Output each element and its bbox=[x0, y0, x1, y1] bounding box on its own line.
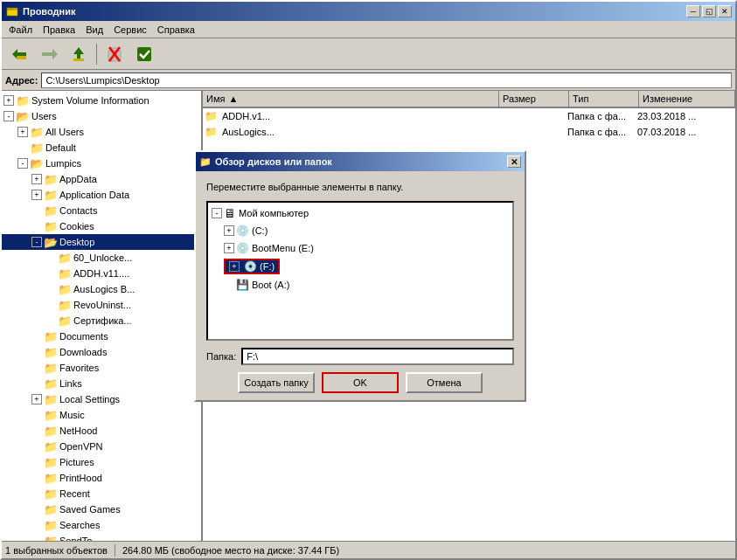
menu-view[interactable]: Вид bbox=[80, 23, 108, 37]
tree-item-cert[interactable]: 📁 Сертифика... bbox=[2, 313, 201, 328]
tree-item-savedgames[interactable]: 📁 Saved Games bbox=[2, 501, 201, 517]
explorer-icon bbox=[5, 4, 19, 18]
close-button[interactable]: ✕ bbox=[718, 5, 732, 17]
tree-item-openvpn[interactable]: 📁 OpenVPN bbox=[2, 439, 201, 454]
dialog-tree[interactable]: - 🖥 Мой компьютер + 💿 (C:) + bbox=[206, 201, 514, 341]
dialog-tree-edrive[interactable]: + 💿 BootMenu (E:) bbox=[210, 239, 511, 257]
expander-lumpics[interactable]: - bbox=[17, 158, 28, 169]
tree-item-60unlocke[interactable]: 📁 60_Unlocke... bbox=[2, 250, 201, 266]
folder-path-input[interactable] bbox=[241, 348, 514, 365]
col-name[interactable]: Имя ▲ bbox=[203, 91, 499, 107]
tree-label-addh: ADDH.v11.... bbox=[73, 268, 129, 279]
expander-fdrive[interactable]: + bbox=[229, 261, 240, 272]
drive-a-icon: 💾 bbox=[236, 279, 249, 291]
folder-icon-favorites: 📁 bbox=[44, 362, 58, 374]
delete-button[interactable] bbox=[101, 42, 129, 66]
confirm-button[interactable] bbox=[130, 42, 158, 66]
tree-item-cookies[interactable]: 📁 Cookies bbox=[2, 218, 201, 234]
expander-sysvolinfo[interactable]: + bbox=[3, 95, 14, 106]
dialog-tree-cdrive[interactable]: + 💿 (C:) bbox=[210, 222, 511, 239]
tree-item-appdata[interactable]: + 📁 AppData bbox=[2, 171, 201, 187]
tree-item-contacts[interactable]: 📁 Contacts bbox=[2, 203, 201, 218]
col-type[interactable]: Тип bbox=[569, 91, 639, 107]
file-item-auslogics[interactable]: 📁 AusLogics... Папка с фа... 07.03.2018 … bbox=[203, 124, 735, 140]
tree-item-allusers[interactable]: + 📁 All Users bbox=[2, 124, 201, 140]
tree-item-nethood[interactable]: 📁 NetHood bbox=[2, 423, 201, 439]
menu-tools[interactable]: Сервис bbox=[108, 23, 152, 37]
tree-item-sendto[interactable]: 📁 SendTo bbox=[2, 533, 201, 541]
col-size[interactable]: Размер bbox=[499, 91, 569, 107]
expander-appdata[interactable]: + bbox=[31, 174, 42, 184]
tree-label-default: Default bbox=[45, 142, 76, 153]
expander-allusers[interactable]: + bbox=[17, 127, 28, 137]
file-item-addh[interactable]: 📁 ADDH.v1... Папка с фа... 23.03.2018 ..… bbox=[203, 108, 735, 124]
folder-icon: 📁 bbox=[16, 94, 30, 107]
dialog-tree-fdrive-row[interactable]: + 💿 (F:) bbox=[210, 257, 511, 276]
svg-marker-6 bbox=[52, 49, 58, 59]
dialog-close-button[interactable]: ✕ bbox=[507, 156, 521, 168]
tree-item-desktop[interactable]: - 📂 Desktop bbox=[2, 234, 201, 250]
expander-mycomputer[interactable]: - bbox=[212, 208, 222, 218]
tree-label-recent: Recent bbox=[59, 488, 90, 499]
cancel-button[interactable]: Отмена bbox=[406, 372, 483, 393]
folder-icon-openvpn: 📁 bbox=[44, 440, 58, 453]
tree-item-addh[interactable]: 📁 ADDH.v11.... bbox=[2, 266, 201, 281]
tree-item-favorites[interactable]: 📁 Favorites bbox=[2, 360, 201, 376]
restore-button[interactable]: ◱ bbox=[702, 5, 716, 17]
minimize-button[interactable]: ─ bbox=[686, 5, 700, 17]
address-label: Адрес: bbox=[5, 75, 38, 86]
title-bar: Проводник ─ ◱ ✕ bbox=[2, 2, 735, 21]
tree-label-pictures: Pictures bbox=[59, 457, 94, 467]
ok-button[interactable]: OK bbox=[322, 372, 399, 393]
fdrive-selected-item[interactable]: + 💿 (F:) bbox=[224, 259, 280, 274]
tree-item-documents[interactable]: 📁 Documents bbox=[2, 328, 201, 344]
up-button[interactable] bbox=[65, 42, 93, 66]
dialog-tree-computer[interactable]: - 🖥 Мой компьютер bbox=[210, 204, 511, 222]
dialog-title-bar: 📁 Обзор дисков или папок ✕ bbox=[196, 152, 525, 171]
menu-bar: Файл Правка Вид Сервис Справка bbox=[2, 21, 735, 38]
tree-item-appdata2[interactable]: + 📁 Application Data bbox=[2, 187, 201, 203]
tree-item-users[interactable]: - 📂 Users bbox=[2, 108, 201, 124]
dialog-tree-adrive[interactable]: 💾 Boot (A:) bbox=[210, 276, 511, 294]
folder-icon-appdata: 📁 bbox=[44, 173, 58, 185]
tree-item-localsettings[interactable]: + 📁 Local Settings bbox=[2, 391, 201, 407]
folder-icon-addh: 📁 bbox=[58, 267, 72, 280]
menu-help[interactable]: Справка bbox=[152, 23, 200, 37]
col-modified[interactable]: Изменение bbox=[639, 91, 735, 107]
back-button[interactable] bbox=[5, 42, 33, 66]
tree-item-sysvolinfo[interactable]: + 📁 System Volume Information bbox=[2, 93, 201, 108]
expander-users[interactable]: - bbox=[3, 111, 14, 121]
tree-item-music[interactable]: 📁 Music bbox=[2, 407, 201, 423]
create-folder-button[interactable]: Создать папку bbox=[238, 372, 315, 393]
drive-c-icon: 💿 bbox=[236, 225, 249, 237]
tree-item-pictures[interactable]: 📁 Pictures bbox=[2, 454, 201, 470]
tree-item-default[interactable]: 📁 Default bbox=[2, 140, 201, 156]
folder-icon-printhood: 📁 bbox=[44, 472, 58, 484]
tree-item-printhood[interactable]: 📁 PrintHood bbox=[2, 470, 201, 486]
tree-label-music: Music bbox=[59, 410, 85, 420]
expander-cdrive[interactable]: + bbox=[224, 225, 234, 236]
folder-path-row: Папка: bbox=[206, 348, 514, 365]
tree-label-localsettings: Local Settings bbox=[59, 394, 120, 404]
tree-label-lumpics: Lumpics bbox=[45, 158, 81, 169]
tree-item-lumpics[interactable]: - 📂 Lumpics bbox=[2, 156, 201, 171]
status-selected: 1 выбранных объектов bbox=[5, 545, 108, 556]
folder-icon-sendto: 📁 bbox=[44, 535, 58, 541]
expander-edrive[interactable]: + bbox=[224, 243, 234, 253]
menu-edit[interactable]: Правка bbox=[38, 23, 80, 37]
tree-item-downloads[interactable]: 📁 Downloads bbox=[2, 344, 201, 360]
tree-item-links[interactable]: 📁 Links bbox=[2, 376, 201, 391]
menu-file[interactable]: Файл bbox=[3, 23, 38, 37]
folder-icon-contacts: 📁 bbox=[44, 204, 58, 217]
address-input[interactable] bbox=[41, 73, 732, 88]
tree-item-auslogics[interactable]: 📁 AusLogics B... bbox=[2, 281, 201, 297]
folder-icon-downloads: 📁 bbox=[44, 346, 58, 358]
expander-desktop[interactable]: - bbox=[31, 237, 42, 247]
tree-item-searches[interactable]: 📁 Searches bbox=[2, 517, 201, 533]
dialog-title-label: Обзор дисков или папок bbox=[215, 156, 332, 167]
expander-localsettings[interactable]: + bbox=[31, 394, 42, 404]
forward-button[interactable] bbox=[35, 42, 63, 66]
expander-appdata2[interactable]: + bbox=[31, 190, 42, 200]
tree-item-recent[interactable]: 📁 Recent bbox=[2, 486, 201, 501]
tree-item-revo[interactable]: 📁 RevoUninst... bbox=[2, 297, 201, 313]
